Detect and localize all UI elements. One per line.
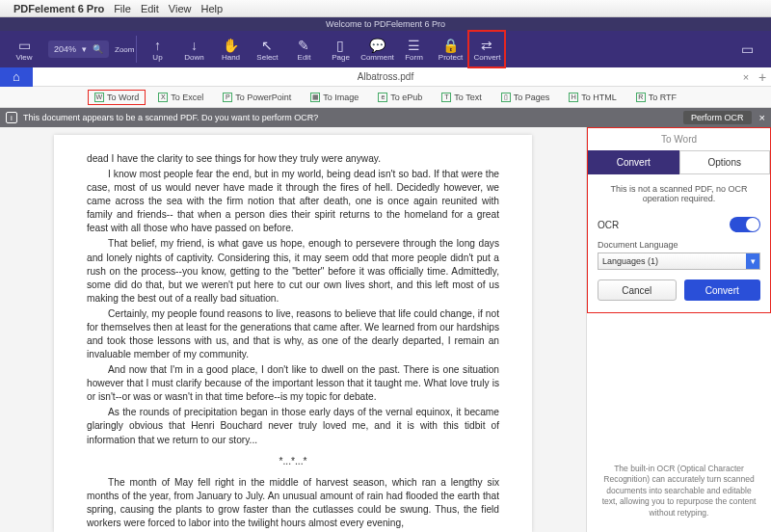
close-tab-icon[interactable]: × (738, 71, 754, 83)
comment-button[interactable]: 💬Comment (359, 31, 395, 67)
language-label: Document Language (598, 240, 760, 250)
image-icon: ▦ (310, 93, 320, 102)
body-text: The month of May fell right in the middl… (87, 476, 499, 530)
menu-view[interactable]: View (169, 3, 192, 14)
close-banner-icon[interactable]: × (759, 112, 765, 123)
to-text-button[interactable]: TTo Text (435, 90, 488, 105)
perform-ocr-button[interactable]: Perform OCR (683, 111, 752, 124)
page-button[interactable]: ▯Page (322, 31, 359, 67)
document-tabbar: ⌂ Albatross.pdf × + (0, 67, 771, 87)
convert-side-panel: To Word Convert Options This is not a sc… (586, 127, 771, 532)
to-html-button[interactable]: HTo HTML (562, 90, 624, 105)
pdf-page: dead I have the clarity to see things fo… (54, 135, 532, 532)
body-text: As the rounds of precipitation began in … (87, 406, 499, 446)
body-text: That belief, my friend, is what gave us … (87, 237, 499, 305)
menu-file[interactable]: File (114, 3, 131, 14)
view-button[interactable]: ▭View (6, 31, 42, 67)
language-value: Languages (1) (602, 256, 658, 266)
side-panel-tabs: Convert Options (588, 150, 770, 174)
ocr-status-message: This is not a scanned PDF, no OCR operat… (588, 174, 770, 213)
side-panel-title: To Word (588, 128, 770, 150)
separator: *...*...* (87, 455, 499, 468)
chevron-down-icon: ▾ (82, 44, 87, 54)
ppt-icon: P (223, 93, 232, 102)
down-button[interactable]: ↓Down (175, 31, 212, 67)
to-image-button[interactable]: ▦To Image (304, 90, 365, 105)
chevron-down-icon: ▾ (746, 253, 759, 269)
epub-icon: e (378, 93, 387, 102)
add-tab-icon[interactable]: + (754, 69, 771, 85)
app-name[interactable]: PDFelement 6 Pro (13, 3, 104, 14)
menu-edit[interactable]: Edit (141, 3, 159, 14)
select-button[interactable]: ↖Select (249, 31, 285, 67)
layout-button[interactable]: ▭ (729, 31, 765, 67)
protect-button[interactable]: 🔒Protect (432, 31, 468, 67)
ocr-toggle-label: OCR (598, 220, 619, 230)
convert-format-bar: WTo Word XTo Excel PTo PowerPoint ▦To Im… (0, 87, 771, 108)
body-text: And now that I'm in a good place, I don'… (87, 363, 499, 404)
to-powerpoint-button[interactable]: PTo PowerPoint (216, 90, 298, 105)
document-tab[interactable]: Albatross.pdf (33, 71, 738, 82)
form-button[interactable]: ☰Form (395, 31, 432, 67)
word-icon: W (94, 93, 104, 102)
to-excel-button[interactable]: XTo Excel (151, 90, 210, 105)
document-viewport[interactable]: dead I have the clarity to see things fo… (0, 127, 586, 532)
body-text: Certainly, my people found reasons to li… (87, 307, 499, 361)
info-icon: i (6, 112, 17, 123)
body-text: I know most people fear the end, but in … (87, 168, 499, 235)
ocr-description: The built-in OCR (Optical Character Reco… (587, 454, 771, 532)
convert-action-button[interactable]: Convert (684, 279, 761, 301)
convert-button[interactable]: ⇄Convert (468, 31, 505, 67)
home-tab[interactable]: ⌂ (0, 67, 33, 87)
zoom-value: 204% (54, 44, 76, 54)
edit-button[interactable]: ✎Edit (285, 31, 322, 67)
main-area: dead I have the clarity to see things fo… (0, 127, 771, 532)
to-rtf-button[interactable]: RTo RTF (629, 90, 683, 105)
hand-button[interactable]: ✋Hand (212, 31, 249, 67)
ocr-toggle[interactable] (730, 217, 760, 232)
window-titlebar: Welcome to PDFelement 6 Pro (0, 17, 771, 31)
to-epub-button[interactable]: eTo ePub (371, 90, 429, 105)
body-text: dead I have the clarity to see things fo… (87, 152, 499, 166)
macos-menubar: PDFelement 6 Pro File Edit View Help (0, 0, 771, 17)
pages-icon: ▯ (501, 93, 511, 102)
zoom-control[interactable]: 204% ▾ 🔍 (48, 40, 109, 58)
up-button[interactable]: ↑Up (139, 31, 175, 67)
search-icon: 🔍 (93, 44, 103, 54)
html-icon: H (569, 93, 578, 102)
to-word-button[interactable]: WTo Word (88, 90, 146, 105)
rtf-icon: R (636, 93, 646, 102)
excel-icon: X (158, 93, 168, 102)
main-toolbar: ▭View 204% ▾ 🔍 Zoom ↑Up ↓Down ✋Hand ↖Sel… (0, 31, 771, 67)
ocr-banner: i This document appears to be a scanned … (0, 108, 771, 127)
text-icon: T (441, 93, 451, 102)
cancel-button[interactable]: Cancel (598, 279, 677, 301)
tab-options[interactable]: Options (679, 150, 771, 174)
language-select[interactable]: Languages (1) ▾ (598, 253, 760, 270)
ocr-banner-message: This document appears to be a scanned PD… (23, 113, 318, 122)
to-pages-button[interactable]: ▯To Pages (494, 90, 557, 105)
zoom-label: Zoom (115, 45, 134, 54)
tab-convert[interactable]: Convert (588, 150, 679, 174)
menu-help[interactable]: Help (201, 3, 224, 14)
